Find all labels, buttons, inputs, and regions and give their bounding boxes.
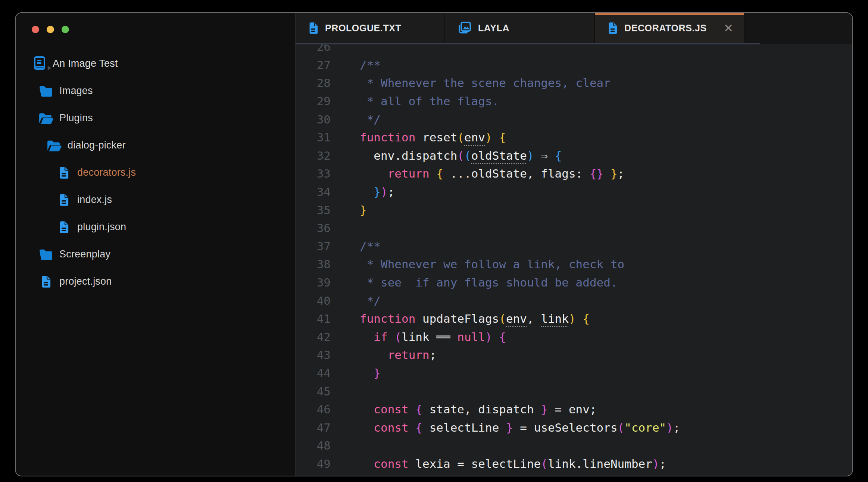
book-icon <box>31 56 48 71</box>
code-line-34[interactable]: 34 }); <box>296 183 852 201</box>
code-line-35[interactable]: 35} <box>296 201 852 219</box>
tab-bar-underline <box>296 43 760 44</box>
code-line-content: * Whenever we follow a link, check to <box>360 257 624 271</box>
code-token <box>409 403 416 416</box>
sidebar-item-screenplay[interactable]: Screenplay <box>16 241 295 268</box>
line-number: 49 <box>296 457 340 470</box>
code-token: * Whenever we follow a link, check to <box>360 257 624 271</box>
code-token: ) <box>527 149 534 162</box>
code-line-27[interactable]: 27/** <box>296 56 852 74</box>
tab-prologue-txt[interactable]: PROLOGUE.TXT <box>296 13 445 43</box>
sidebar-item-decorators-js[interactable]: decorators.js <box>16 159 295 186</box>
code-line-39[interactable]: 39 * see if any flags should be added. <box>296 273 852 292</box>
code-token: updateFlags <box>415 312 499 325</box>
disclosure-caret-icon[interactable] <box>47 65 52 71</box>
code-line-43[interactable]: 43 return; <box>296 346 852 364</box>
code-line-38[interactable]: 38 * Whenever we follow a link, check to <box>296 255 852 273</box>
code-line-30[interactable]: 30 */ <box>296 110 852 128</box>
sidebar-item-project-json[interactable]: project.json <box>16 268 295 295</box>
code-line-42[interactable]: 42 if (link ══ null) { <box>296 328 852 346</box>
sidebar-item-an-image-test[interactable]: An Image Test <box>16 50 295 77</box>
code-token: * Whenever the scene changes, clear <box>360 76 611 90</box>
code-token <box>430 167 437 180</box>
tab-decorators-js[interactable]: DECORATORS.JS✕ <box>595 13 744 43</box>
code-token: env <box>506 312 527 325</box>
code-token: * all of the flags. <box>360 94 499 108</box>
code-token: = useSelectors <box>513 421 618 434</box>
code-line-46[interactable]: 46 const { state, dispatch } = env; <box>296 400 852 419</box>
code-line-36[interactable]: 36 <box>296 219 852 237</box>
code-line-content: * Whenever the scene changes, clear <box>360 76 611 90</box>
code-line-45[interactable]: 45 <box>296 382 852 400</box>
sidebar-item-images[interactable]: Images <box>16 77 295 104</box>
close-tab-icon[interactable]: ✕ <box>724 21 733 35</box>
line-number: 48 <box>296 439 340 452</box>
active-tab-accent-bar <box>595 13 744 15</box>
code-token: selectLine <box>422 421 506 434</box>
code-token: */ <box>360 113 381 126</box>
sidebar-item-plugins[interactable]: Plugins <box>16 104 295 132</box>
line-number: 29 <box>296 94 340 108</box>
line-number: 47 <box>296 421 340 434</box>
code-token: function <box>360 131 415 144</box>
code-line-31[interactable]: 31function reset(env) { <box>296 128 852 147</box>
code-token <box>409 421 416 434</box>
code-token: { <box>436 167 443 180</box>
code-line-content: env.dispatch((oldState) ⇒ { <box>360 149 562 162</box>
code-token: } <box>541 403 548 416</box>
sidebar-item-plugin-json[interactable]: plugin.json <box>16 213 295 241</box>
code-token <box>576 312 583 325</box>
code-token <box>492 330 499 344</box>
code-token: oldState <box>471 149 527 162</box>
zoom-window-button[interactable] <box>62 26 69 33</box>
sidebar-item-label: Images <box>59 85 93 97</box>
code-token: ...oldState, flags: <box>443 167 590 180</box>
code-token: state, dispatch <box>422 403 541 416</box>
code-token <box>450 330 458 344</box>
line-number: 34 <box>296 185 340 198</box>
code-token: const <box>374 457 408 470</box>
code-token: ) <box>485 131 492 144</box>
line-number: 45 <box>296 385 340 398</box>
tab-layla[interactable]: LAYLA <box>445 13 595 43</box>
code-line-47[interactable]: 47 const { selectLine } = useSelectors("… <box>296 418 852 436</box>
close-window-button[interactable] <box>32 26 39 33</box>
code-line-content: } <box>360 366 381 380</box>
line-number: 33 <box>296 167 340 180</box>
sidebar-item-label: decorators.js <box>77 167 136 178</box>
code-token: ( <box>499 312 506 325</box>
tab-label: PROLOGUE.TXT <box>325 23 401 34</box>
code-line-content: }); <box>360 185 394 198</box>
sidebar-item-label: An Image Test <box>53 58 118 69</box>
code-line-44[interactable]: 44 } <box>296 364 852 382</box>
file-icon <box>55 166 72 179</box>
code-token: lexia = selectLine <box>409 457 541 470</box>
code-line-content: if (link ══ null) { <box>360 330 506 344</box>
code-line-49[interactable]: 49 const lexia = selectLine(link.lineNum… <box>296 455 852 473</box>
code-line-32[interactable]: 32 env.dispatch((oldState) ⇒ { <box>296 147 852 165</box>
code-token: link <box>402 330 436 344</box>
code-token: } <box>360 203 367 217</box>
code-token: { <box>583 312 590 325</box>
code-line-41[interactable]: 41function updateFlags(env, link) { <box>296 310 852 328</box>
sidebar-item-dialog-picker[interactable]: dialog-picker <box>16 132 295 159</box>
line-number: 41 <box>296 312 340 325</box>
code-line-37[interactable]: 37/** <box>296 237 852 256</box>
tab-label: LAYLA <box>478 23 509 34</box>
code-line-28[interactable]: 28 * Whenever the scene changes, clear <box>296 74 852 92</box>
code-line-content: const { selectLine } = useSelectors("cor… <box>360 421 680 434</box>
code-line-29[interactable]: 29 * all of the flags. <box>296 92 852 110</box>
code-token: ) <box>652 457 659 470</box>
code-line-40[interactable]: 40 */ <box>296 291 852 310</box>
code-line-content: function reset(env) { <box>360 131 506 144</box>
code-token: ( <box>618 421 625 434</box>
code-token: {} <box>590 167 603 180</box>
minimize-window-button[interactable] <box>47 26 54 33</box>
code-line-33[interactable]: 33 return { ...oldState, flags: {} }; <box>296 165 852 183</box>
code-token: link.lineNumber <box>548 457 652 470</box>
image-icon <box>458 21 471 35</box>
code-area[interactable]: 2627/**28 * Whenever the scene changes, … <box>296 38 852 473</box>
code-line-48[interactable]: 48 <box>296 436 852 455</box>
sidebar-item-index-js[interactable]: index.js <box>16 186 295 213</box>
file-icon <box>37 275 54 288</box>
